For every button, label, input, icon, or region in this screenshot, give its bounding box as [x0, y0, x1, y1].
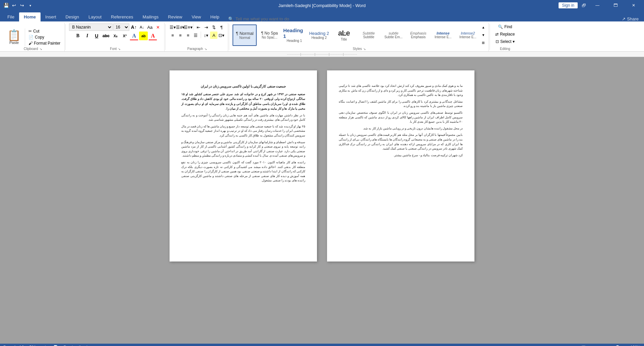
font-family-select[interactable]: B Nazanin: [69, 23, 113, 31]
decrease-indent-button[interactable]: ⇤: [195, 23, 202, 31]
tell-me-input[interactable]: [236, 16, 303, 21]
style-heading1-preview: Heading 1: [283, 27, 305, 39]
borders-button[interactable]: ⊡▾: [218, 32, 225, 39]
style-scroll-down[interactable]: ▼: [480, 32, 486, 38]
change-case-button[interactable]: Aa: [146, 23, 153, 31]
grow-font-button[interactable]: A↑: [130, 23, 137, 31]
style-intense1[interactable]: Intense Intense E...: [431, 24, 455, 46]
align-left-button[interactable]: ≡: [169, 32, 176, 39]
style-normal[interactable]: ¶ Normal Normal: [233, 24, 257, 46]
replace-button[interactable]: ⇄ Replace: [493, 31, 517, 38]
styles-expand-icon[interactable]: ↘: [363, 47, 366, 51]
style-scroll-up[interactable]: ▲: [480, 24, 486, 31]
minimize-button[interactable]: —: [590, 0, 605, 11]
style-subtle-emphasis-label: Subtle Em...: [384, 35, 402, 39]
shrink-font-button[interactable]: A↓: [138, 23, 145, 31]
paste-icon: 📋: [7, 30, 21, 41]
numbering-button[interactable]: ☰#▾: [177, 23, 184, 31]
style-subtitle-label: Subtitle: [363, 35, 374, 39]
paste-label: Paste: [9, 41, 19, 45]
zoom-minus[interactable]: −: [590, 345, 593, 346]
superscript-button[interactable]: X²: [120, 32, 129, 40]
style-subtitle[interactable]: Subtitle Subtitle: [357, 24, 381, 46]
show-formatting-button[interactable]: ¶: [218, 23, 225, 31]
ribbon-tab-bar: File Home Insert Design Layout Reference…: [0, 11, 644, 21]
clipboard-group: 📋 Paste ✂ Cut 📄 Copy 🖌 Format Painter Cl…: [1, 23, 65, 51]
shading-button[interactable]: A: [210, 32, 217, 39]
underline-button[interactable]: U: [92, 32, 101, 40]
restore-icon[interactable]: 🗗: [580, 2, 587, 9]
subscript-button[interactable]: X₂: [111, 32, 120, 40]
style-title[interactable]: aĿe Title: [332, 24, 356, 46]
bold-button[interactable]: B: [73, 32, 82, 40]
page-1-content: جمعیت صنفی کارگزینی با اولین تاکسی سرویس…: [181, 84, 305, 183]
print-layout-view[interactable]: ▦: [560, 344, 567, 346]
font-size-select[interactable]: 16: [113, 23, 129, 31]
styles-group-label: Styles: [353, 47, 362, 51]
zoom-plus[interactable]: +: [625, 345, 628, 346]
editing-group-label: Editing: [500, 47, 510, 51]
text-effects-button[interactable]: A: [130, 32, 138, 40]
select-label: Select ▾: [500, 39, 515, 44]
paste-button[interactable]: 📋 Paste: [5, 28, 23, 46]
window-title: Jamileh-Sadeghi [Compatibility Mode] - W…: [278, 3, 366, 8]
paragraph-expand-icon[interactable]: ↘: [204, 47, 207, 51]
sign-in-button[interactable]: Sign in: [559, 2, 578, 8]
page-1-para-0: صنعیه صنفی در ۱۳۷۲ در شهر کرج و در خانوا…: [181, 92, 305, 111]
line-spacing-button[interactable]: ↕▾: [202, 32, 210, 39]
redo-icon[interactable]: ↪: [19, 2, 25, 9]
tab-help[interactable]: Help: [206, 12, 224, 21]
tab-mailings[interactable]: Mailings: [138, 12, 164, 21]
undo-icon[interactable]: ↩: [11, 2, 17, 9]
format-painter-label: Format Painter: [34, 41, 60, 46]
font-color-button[interactable]: A: [148, 32, 157, 40]
sort-button[interactable]: ⇅: [210, 23, 217, 31]
tab-view[interactable]: View: [187, 12, 206, 21]
find-button[interactable]: 🔍 Find: [496, 23, 514, 30]
strikethrough-button[interactable]: abc: [102, 32, 110, 40]
page-1-para-1: با در نظر داشتن مهارت های ماشین های آمد …: [181, 113, 305, 122]
bullets-button[interactable]: ☰▾: [169, 23, 176, 31]
close-button[interactable]: ✕: [626, 0, 641, 11]
tab-file[interactable]: File: [3, 12, 19, 21]
read-mode-view[interactable]: 📖: [580, 344, 587, 346]
style-heading2[interactable]: Heading 2 Heading 2: [307, 24, 331, 46]
align-right-button[interactable]: ≡: [184, 32, 192, 39]
format-painter-button[interactable]: 🖌 Format Painter: [27, 40, 62, 46]
copy-icon: 📄: [28, 35, 34, 40]
multilevel-list-button[interactable]: ☰≡▾: [184, 23, 192, 31]
style-more[interactable]: ⊞: [480, 40, 486, 46]
style-emphasis[interactable]: Emphasis Emphasis: [406, 24, 430, 46]
web-layout-view[interactable]: ⊞: [570, 344, 577, 346]
style-no-spacing[interactable]: ¶ No Spa No Spac...: [257, 24, 281, 46]
align-center-button[interactable]: ≡: [177, 32, 184, 39]
page-1-para-2: ۲۵ بهار او گردیده شد که با جمعیه صنفی ها…: [181, 124, 305, 138]
font-expand-icon[interactable]: ↘: [118, 47, 121, 51]
clear-format-button[interactable]: ✕: [154, 23, 162, 31]
page-2-para-2: تاکسیو توسط صنفی‌های تاکسی سرویس زنان در…: [339, 111, 463, 124]
tab-review[interactable]: Review: [163, 12, 187, 21]
font-group-label: Font: [110, 47, 117, 51]
style-intense2[interactable]: Intense2 Intense E...: [456, 24, 480, 46]
italic-button[interactable]: I: [83, 32, 91, 40]
tab-layout[interactable]: Layout: [84, 12, 106, 21]
save-icon[interactable]: 💾: [3, 2, 9, 9]
share-button[interactable]: ↗ Share: [622, 16, 641, 21]
tab-references[interactable]: References: [106, 12, 138, 21]
increase-indent-button[interactable]: ⇥: [202, 23, 210, 31]
replace-icon: ⇄: [495, 32, 499, 37]
copy-button[interactable]: 📄 Copy: [27, 34, 62, 40]
style-title-preview: aĿe: [338, 29, 350, 38]
highlight-button[interactable]: ab: [139, 32, 148, 40]
style-heading1[interactable]: Heading 1 Heading 1: [282, 24, 306, 46]
clipboard-expand-icon[interactable]: ↘: [40, 47, 42, 51]
justify-button[interactable]: ☰: [192, 32, 199, 39]
quick-access-dropdown[interactable]: ▾: [27, 2, 34, 9]
maximize-button[interactable]: 🗖: [608, 0, 623, 11]
tab-insert[interactable]: Insert: [41, 12, 61, 21]
cut-button[interactable]: ✂ Cut: [27, 28, 62, 34]
tab-design[interactable]: Design: [61, 12, 84, 21]
select-button[interactable]: ⊡ Select ▾: [494, 38, 517, 45]
style-subtle-emphasis[interactable]: subtle Subtle Em...: [381, 24, 405, 46]
tab-home[interactable]: Home: [19, 12, 41, 21]
